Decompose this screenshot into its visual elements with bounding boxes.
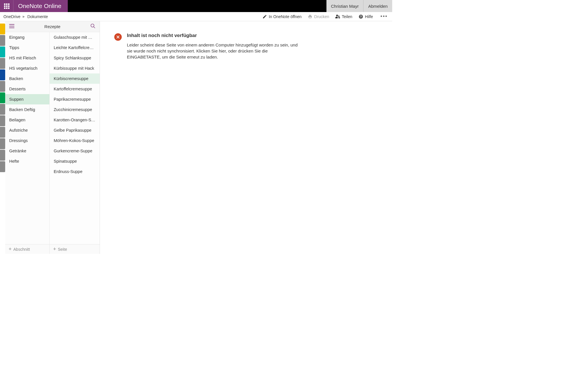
nav-header: Rezepte — [5, 21, 100, 32]
section-color-tab[interactable] — [0, 138, 5, 149]
page-item[interactable]: Spinatsuppe — [50, 156, 100, 166]
pages-list[interactable]: Gulaschsuppe mit Mini…Leichte Kartoffelc… — [50, 32, 100, 244]
error-title: Inhalt ist noch nicht verfügbar — [127, 33, 298, 38]
app-launcher-button[interactable] — [0, 0, 13, 12]
print-label: Drucken — [314, 14, 329, 19]
page-item[interactable]: Gulaschsuppe mit Mini… — [50, 32, 100, 42]
section-color-tab[interactable] — [0, 35, 5, 46]
printer-icon — [308, 14, 312, 19]
nav-menu-button[interactable] — [8, 23, 16, 30]
add-page-button[interactable]: + Seite — [50, 244, 100, 254]
chevron-right-icon: ▶ — [23, 15, 25, 18]
section-item[interactable]: Getränke — [5, 146, 49, 156]
app-title: OneNote Online — [13, 0, 68, 12]
breadcrumb-root[interactable]: OneDrive — [3, 14, 20, 19]
ellipsis-icon: ••• — [380, 13, 388, 19]
section-item[interactable]: Backen — [5, 73, 49, 84]
help-button[interactable]: ? Hilfe — [359, 14, 373, 19]
section-color-tab[interactable] — [0, 150, 5, 161]
toolbar-row: OneDrive ▶ Dokumente In OneNote öffnen D… — [0, 12, 392, 21]
page-item[interactable]: Möhren-Kokos-Suppe — [50, 135, 100, 146]
help-label: Hilfe — [365, 14, 373, 19]
section-color-tab[interactable] — [0, 46, 5, 57]
pencil-icon — [262, 14, 267, 19]
plus-icon: + — [53, 246, 56, 252]
page-item[interactable]: Gurkencreme-Suppe — [50, 146, 100, 156]
section-item[interactable]: Aufstriche — [5, 125, 49, 135]
notebook-title: Rezepte — [16, 24, 89, 29]
section-item[interactable]: Backen Deftig — [5, 104, 49, 115]
search-button[interactable] — [89, 22, 97, 31]
breadcrumb: OneDrive ▶ Dokumente — [3, 14, 48, 19]
user-area: Christian Mayr Abmelden — [326, 0, 392, 12]
section-item[interactable]: Suppen — [5, 94, 49, 104]
print-button[interactable]: Drucken — [308, 14, 329, 19]
section-color-tab[interactable] — [0, 104, 5, 115]
page-item[interactable]: Erdnuss-Suppe — [50, 166, 100, 177]
hamburger-icon — [9, 24, 14, 28]
page-item[interactable]: Gelbe Paprikasuppe — [50, 125, 100, 135]
share-icon — [335, 14, 340, 19]
page-item[interactable]: Paprikacremesuppe — [50, 94, 100, 104]
signout-button[interactable]: Abmelden — [363, 0, 392, 12]
page-item[interactable]: Leichte Kartoffelcreme… — [50, 42, 100, 53]
nav-panel: Rezepte EingangTippsHS mit FleischHS veg… — [5, 21, 100, 254]
svg-point-3 — [91, 24, 94, 27]
share-label: Teilen — [342, 14, 352, 19]
svg-line-4 — [94, 27, 95, 28]
section-color-tab[interactable] — [0, 92, 5, 103]
open-in-onenote-label: In OneNote öffnen — [269, 14, 301, 19]
error-panel: Inhalt ist noch nicht verfügbar Leider s… — [114, 33, 298, 60]
section-item[interactable]: Tipps — [5, 42, 49, 53]
page-item[interactable]: Karotten-Orangen-Sup… — [50, 115, 100, 125]
page-item[interactable]: Kürbissuppe mit Hack — [50, 63, 100, 73]
toolbar-actions: In OneNote öffnen Drucken Teilen ? Hilfe… — [262, 13, 389, 20]
section-item[interactable]: HS mit Fleisch — [5, 53, 49, 63]
page-item[interactable]: Kartoffelcremesuppe — [50, 84, 100, 94]
section-color-tab[interactable] — [0, 115, 5, 126]
section-color-strip — [0, 21, 5, 254]
user-name-button[interactable]: Christian Mayr — [326, 0, 364, 12]
page-item[interactable]: Spicy Schlanksuppe — [50, 53, 100, 63]
error-body[interactable]: Leider scheint diese Seite von einem and… — [127, 42, 298, 60]
content-area[interactable]: Inhalt ist noch nicht verfügbar Leider s… — [100, 21, 392, 254]
section-item[interactable]: Eingang — [5, 32, 49, 42]
section-color-tab[interactable] — [0, 69, 5, 80]
svg-text:?: ? — [360, 15, 362, 18]
search-icon — [90, 24, 96, 29]
sections-list: EingangTippsHS mit FleischHS vegetarisch… — [5, 32, 50, 244]
waffle-icon — [4, 3, 9, 9]
pages-list-container: Gulaschsuppe mit Mini…Leichte Kartoffelc… — [50, 32, 100, 244]
nav-footer: + Abschnitt + Seite — [5, 244, 100, 254]
section-item[interactable]: Dressings — [5, 135, 49, 146]
error-icon — [114, 33, 122, 41]
open-in-onenote-button[interactable]: In OneNote öffnen — [262, 14, 301, 19]
add-section-button[interactable]: + Abschnitt — [5, 244, 50, 254]
section-color-tab[interactable] — [0, 58, 5, 69]
section-color-tab[interactable] — [0, 127, 5, 138]
top-header: OneNote Online Christian Mayr Abmelden — [0, 0, 392, 12]
section-color-tab[interactable] — [0, 161, 5, 172]
section-item[interactable]: Hefte — [5, 156, 49, 166]
more-menu-button[interactable]: ••• — [379, 13, 389, 20]
section-item[interactable]: Beilagen — [5, 115, 49, 125]
help-icon: ? — [359, 14, 363, 19]
section-item[interactable]: HS vegetarisch — [5, 63, 49, 73]
section-item[interactable]: Desserts — [5, 84, 49, 94]
section-color-tab[interactable] — [0, 24, 5, 34]
plus-icon: + — [9, 246, 12, 252]
page-item[interactable]: Kürbiscremesuppe — [50, 73, 100, 84]
add-section-label: Abschnitt — [13, 247, 30, 252]
page-item[interactable]: Zucchinicremesuppe — [50, 104, 100, 115]
add-page-label: Seite — [58, 247, 67, 252]
section-color-tab[interactable] — [0, 81, 5, 92]
share-button[interactable]: Teilen — [335, 14, 352, 19]
breadcrumb-folder[interactable]: Dokumente — [27, 14, 48, 19]
